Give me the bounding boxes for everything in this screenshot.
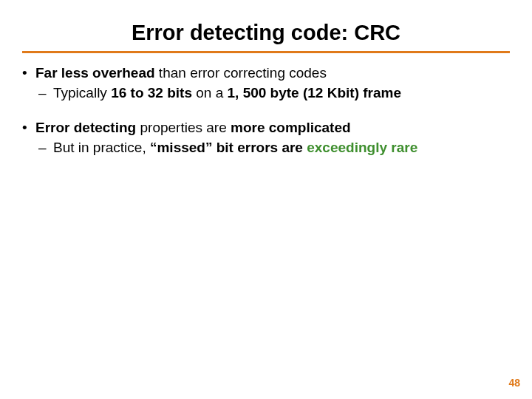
slide: Error detecting code: CRC Far less overh… — [0, 0, 532, 399]
bullet-2-tail: more complicated — [231, 120, 351, 135]
bullet-1-sub-1-a: Typically — [53, 85, 111, 100]
bullet-2: Error detecting properties are more comp… — [18, 118, 514, 157]
bullet-list: Far less overhead than error correcting … — [18, 64, 514, 157]
bullet-1-rest: than error correcting codes — [155, 65, 327, 81]
page-number: 48 — [508, 377, 520, 389]
bullet-1-lead: Far less overhead — [35, 65, 155, 81]
bullet-1-sub-1-d: 1, 500 byte (12 Kbit) frame — [228, 85, 401, 100]
bullet-1-sub-1-b: 16 to 32 bits — [111, 85, 192, 100]
bullet-2-lead: Error detecting — [35, 120, 136, 135]
bullet-1-sublist: Typically 16 to 32 bits on a 1, 500 byte… — [35, 83, 514, 102]
bullet-1-sub-1-c: on a — [192, 85, 228, 100]
bullet-1: Far less overhead than error correcting … — [18, 64, 514, 102]
bullet-2-sub-1: But in practice, “missed” bit errors are… — [35, 138, 514, 157]
bullet-2-sub-1-a: But in practice, — [53, 140, 150, 155]
bullet-2-sub-1-c: exceedingly rare — [307, 140, 417, 155]
bullet-2-sub-1-b: “missed” bit errors are — [150, 140, 307, 155]
slide-body: Far less overhead than error correcting … — [0, 53, 532, 157]
bullet-2-sublist: But in practice, “missed” bit errors are… — [35, 138, 514, 157]
bullet-1-sub-1: Typically 16 to 32 bits on a 1, 500 byte… — [35, 83, 514, 102]
bullet-2-mid: properties are — [136, 120, 231, 135]
slide-title: Error detecting code: CRC — [0, 0, 532, 51]
